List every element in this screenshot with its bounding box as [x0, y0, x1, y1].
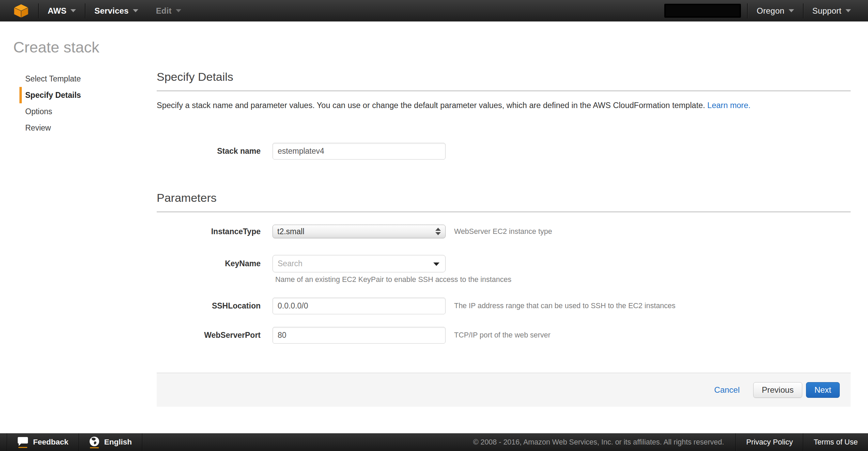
copyright-text: © 2008 - 2016, Amazon Web Services, Inc.…: [462, 433, 736, 451]
instance-type-row: InstanceType t2.small WebServer EC2 inst…: [157, 225, 851, 238]
web-server-port-label: WebServerPort: [157, 331, 273, 340]
content-area: Select Template Specify Details Options …: [0, 70, 868, 407]
key-name-label: KeyName: [157, 255, 273, 272]
instance-type-help: WebServer EC2 instance type: [454, 227, 552, 236]
description-text: Specify a stack name and parameter value…: [157, 101, 705, 110]
instance-type-select[interactable]: t2.small: [273, 225, 446, 238]
icon-underline: [90, 447, 99, 448]
chevron-down-icon: [789, 9, 794, 12]
stack-name-row: Stack name: [157, 143, 851, 160]
privacy-policy-link[interactable]: Privacy Policy: [736, 433, 803, 451]
key-name-help: Name of an existing EC2 KeyPair to enabl…: [275, 275, 511, 284]
web-server-port-input[interactable]: [273, 327, 446, 344]
learn-more-link[interactable]: Learn more.: [707, 101, 750, 110]
stack-name-input[interactable]: [273, 143, 446, 160]
ssh-location-label: SSHLocation: [157, 301, 273, 311]
language-button[interactable]: English: [79, 433, 142, 451]
chevron-down-icon: [71, 9, 76, 12]
nav-region-label: Oregon: [757, 6, 784, 16]
section-heading-specify-details: Specify Details: [157, 70, 851, 84]
terms-of-use-link[interactable]: Terms of Use: [803, 433, 868, 451]
stack-name-label: Stack name: [157, 147, 273, 156]
page-title: Create stack: [13, 39, 868, 56]
key-name-row: KeyName Name of an existing EC2 KeyPair …: [157, 255, 851, 284]
aws-home-logo[interactable]: [0, 0, 38, 21]
cancel-button[interactable]: Cancel: [714, 385, 740, 395]
nav-support-menu[interactable]: Support: [804, 0, 868, 21]
next-button[interactable]: Next: [806, 382, 840, 398]
nav-services-label: Services: [94, 6, 128, 16]
ssh-location-input[interactable]: [273, 298, 446, 314]
language-label: English: [104, 438, 132, 447]
wizard-steps: Select Template Specify Details Options …: [19, 70, 157, 407]
aws-cube-icon: [14, 4, 29, 18]
icon-underline: [18, 447, 27, 448]
wizard-step-review[interactable]: Review: [25, 120, 157, 136]
wizard-step-select-template[interactable]: Select Template: [25, 71, 157, 87]
globe-icon: [89, 436, 99, 448]
account-name-redacted[interactable]: [664, 4, 741, 18]
wizard-action-bar: Cancel Previous Next: [157, 373, 851, 407]
nav-region-menu[interactable]: Oregon: [748, 0, 803, 21]
wizard-step-options[interactable]: Options: [25, 103, 157, 120]
nav-menu-services[interactable]: Services: [86, 0, 147, 21]
nav-support-label: Support: [812, 6, 841, 16]
feedback-bubble-icon: [17, 437, 28, 448]
key-name-search-input[interactable]: [273, 255, 446, 272]
wizard-step-specify-details[interactable]: Specify Details: [19, 87, 157, 103]
web-server-port-row: WebServerPort TCP/IP port of the web ser…: [157, 327, 851, 344]
section-heading-parameters: Parameters: [157, 191, 851, 205]
ssh-location-help: The IP address range that can be used to…: [454, 302, 676, 310]
instance-type-label: InstanceType: [157, 227, 273, 236]
previous-button[interactable]: Previous: [753, 382, 802, 398]
top-nav: AWS Services Edit Oregon Support: [0, 0, 868, 21]
select-spinner-icon: [435, 228, 441, 235]
nav-menu-aws[interactable]: AWS: [39, 0, 85, 21]
web-server-port-help: TCP/IP port of the web server: [454, 331, 551, 340]
instance-type-selected-value: t2.small: [277, 227, 304, 236]
chevron-down-icon: [176, 9, 181, 12]
feedback-label: Feedback: [33, 438, 68, 447]
section-divider: [157, 90, 851, 91]
section-description: Specify a stack name and parameter value…: [157, 100, 851, 110]
footer-bar: Feedback English © 2008 - 2016, Amazon W…: [0, 433, 868, 451]
specify-details-panel: Specify Details Specify a stack name and…: [157, 70, 851, 407]
chevron-down-icon: [846, 9, 851, 12]
chevron-down-icon: [133, 9, 138, 12]
nav-aws-label: AWS: [48, 6, 66, 16]
nav-edit-label: Edit: [156, 6, 172, 16]
section-divider: [157, 211, 851, 212]
ssh-location-row: SSHLocation The IP address range that ca…: [157, 298, 851, 314]
nav-menu-edit[interactable]: Edit: [147, 0, 190, 21]
feedback-button[interactable]: Feedback: [7, 433, 79, 451]
